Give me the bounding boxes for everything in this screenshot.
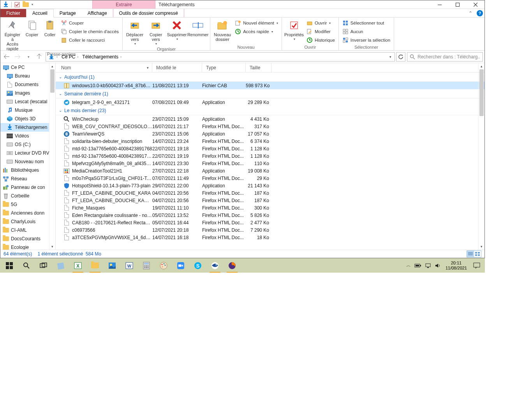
search-box[interactable]: Rechercher dans : Télécharg... (407, 52, 483, 62)
col-header-size[interactable]: Taille (246, 63, 271, 72)
tree-item-charly[interactable]: CharlyLouis (0, 217, 49, 226)
new-folder-button[interactable]: Nouveau dossier (213, 18, 232, 42)
rename-button[interactable]: Renommer (188, 18, 208, 38)
file-row[interactable]: c0697356612/07/2021 20:18Firefox HTML Do… (56, 226, 484, 234)
tree-item-trash[interactable]: Corbeille (0, 192, 49, 200)
taskbar-app-firefox[interactable] (224, 258, 241, 273)
file-row[interactable]: Fiche_Masques19/07/2021 11:10Firefox HTM… (56, 204, 484, 211)
pin-quickaccess-button[interactable]: Épingler à Accès rapide (3, 18, 22, 52)
select-all-button[interactable]: Sélectionner tout (341, 19, 391, 27)
tree-item-videos[interactable]: Vidéos (0, 132, 49, 140)
nav-up-button[interactable]: 🡡 (35, 52, 44, 62)
taskbar-app-word[interactable]: W (121, 258, 138, 273)
tree-item-network[interactable]: Réseau (0, 174, 49, 183)
tray-network-icon[interactable] (425, 263, 431, 268)
tray-battery-icon[interactable] (414, 263, 421, 268)
file-row[interactable]: CAB180 - -20170621-Reflect Rectangle05/0… (56, 219, 484, 226)
file-row[interactable]: WinCheckup23/07/2021 15:09Application4 4… (56, 115, 484, 123)
taskbar-search[interactable] (18, 258, 35, 273)
tree-item-osc[interactable]: OS (C:) (0, 140, 49, 149)
copy-to-button[interactable]: Copier vers▾ (146, 18, 166, 47)
cut-button[interactable]: ✂️Couper (60, 19, 120, 27)
tree-item-documents[interactable]: Documents (0, 80, 49, 89)
system-tray[interactable]: ︿ (404, 262, 443, 269)
maximize-button[interactable] (449, 0, 467, 9)
file-row[interactable]: a3TCE5xPGVMpGhVWtiXE_14_6def81b37...14/0… (56, 234, 484, 241)
taskbar-app-excel[interactable]: X (69, 258, 86, 273)
file-row[interactable]: TeamViewerQS23/07/2021 15:06Application1… (56, 130, 484, 137)
file-row[interactable]: windows10.0-kb5004237-x64_87b6bff01b...1… (56, 82, 484, 89)
view-details-button[interactable] (467, 251, 474, 257)
tab-share[interactable]: Partage (54, 9, 82, 17)
taskbar-clock[interactable]: 20:11 11/08/2021 (443, 261, 469, 270)
tree-item-images[interactable]: Images (0, 89, 49, 97)
col-header-date[interactable]: Modifié le (152, 63, 202, 72)
view-large-button[interactable] (474, 251, 481, 257)
address-bar[interactable]: › Ce PC› Téléchargements› ▾ (46, 52, 395, 62)
tree-item-f5g[interactable]: 5G (0, 200, 49, 209)
group-header[interactable]: ⌄Aujourd'hui (1) (56, 72, 484, 82)
tree-item-objects3d[interactable]: Objets 3D (0, 115, 49, 123)
close-button[interactable] (467, 0, 484, 9)
new-item-button[interactable]: Nouvel élément▾ (234, 19, 279, 27)
taskbar-app-photos[interactable] (104, 258, 121, 273)
list-scroll-down[interactable]: ▾ (479, 243, 484, 250)
file-row[interactable]: FT_LEDA_CABINE_DOUCHE_KARA04/07/2021 20:… (56, 189, 484, 197)
refresh-button[interactable] (396, 52, 405, 62)
help-button[interactable]: ? (475, 9, 484, 17)
tree-scroll-down[interactable]: ▾ (49, 243, 55, 250)
tree-item-lescat[interactable]: Lescat (lescatal (0, 97, 49, 106)
navigation-tree[interactable]: Ce PCBureauDocumentsImagesLescat (lescat… (0, 63, 56, 250)
easy-access-button[interactable]: Accès rapide▾ (234, 28, 279, 35)
collapse-ribbon-button[interactable]: ⌃ (466, 9, 475, 17)
breadcrumb-pc[interactable]: Ce PC› (60, 53, 81, 61)
col-header-name[interactable]: Nom▾ (56, 63, 152, 72)
qat-dropdown-icon[interactable]: ▾ (31, 3, 33, 6)
tree-item-docscourants[interactable]: DocsCourants (0, 234, 49, 243)
copy-path-button[interactable]: Copier le chemin d'accès (60, 28, 120, 35)
taskbar-app-thunderbird[interactable] (206, 258, 224, 273)
taskbar-app-calculator[interactable] (138, 258, 155, 273)
group-header[interactable]: ⌄Le mois dernier (23) (56, 106, 484, 115)
file-row[interactable]: WEB_CGV_CONTRAT_IDEOSOLO_062116/07/2021 … (56, 123, 484, 130)
tree-item-ciaml[interactable]: CI-AML (0, 226, 49, 234)
file-row[interactable]: HotspotShield-10.14.3-plain-773-plain29/… (56, 182, 484, 189)
tree-item-newvol[interactable]: Nouveau nom (0, 157, 49, 166)
open-button[interactable]: Ouvrir▾ (305, 19, 336, 27)
address-history-button[interactable]: ▾ (386, 55, 395, 59)
context-tab-extract[interactable]: Extraire (92, 0, 155, 9)
taskbar-app-zoom[interactable] (172, 258, 189, 273)
list-body[interactable]: ⌄Aujourd'hui (1)windows10.0-kb5004237-x6… (56, 72, 484, 250)
tree-item-libraries[interactable]: Bibliothèques (0, 166, 49, 174)
move-to-button[interactable]: Déplacer vers▾ (125, 18, 144, 47)
task-view-button[interactable] (35, 258, 52, 273)
list-scroll-thumb[interactable] (479, 69, 484, 116)
tree-item-ecologie[interactable]: Ecologie (0, 243, 49, 250)
tree-item-music[interactable]: Musique (0, 106, 49, 115)
col-header-empty[interactable] (271, 63, 484, 72)
tab-view[interactable]: Affichage (82, 9, 113, 17)
delete-button[interactable]: Supprimer▾ (167, 18, 187, 42)
edit-button[interactable]: Modifier (305, 28, 336, 35)
group-header[interactable]: ⌄Semaine dernière (1) (56, 89, 484, 99)
minimize-button[interactable] (431, 0, 449, 9)
paste-button[interactable]: Coller (42, 18, 58, 38)
tree-item-desktop[interactable]: Bureau (0, 72, 49, 80)
tree-item-config[interactable]: Panneau de con (0, 183, 49, 192)
file-row[interactable]: telegram_2-9-0_en_43217107/08/2021 09:49… (56, 99, 484, 106)
file-row[interactable]: m0o7rPqaSGT3F1rLsGIg_CHF01-Texte-FR07/07… (56, 174, 484, 182)
file-row[interactable]: mtd-92-13a7765e600-4008423891768(1)22/07… (56, 152, 484, 160)
qat-folder-icon[interactable] (23, 2, 29, 8)
file-row[interactable]: FT_LEDA_CABINE_DOUCHE_KARA(1)04/07/2021 … (56, 197, 484, 204)
tab-home[interactable]: Accueil (26, 9, 54, 18)
tree-item-dvd[interactable]: Lecteur DVD RV (0, 149, 49, 157)
taskbar-app-notes[interactable] (52, 258, 69, 273)
taskbar-app-paint[interactable] (155, 258, 172, 273)
history-button[interactable]: Historique (305, 36, 336, 44)
list-scroll-up[interactable]: ▴ (479, 63, 484, 69)
tray-volume-icon[interactable] (435, 263, 441, 268)
copy-button[interactable]: Copier (24, 18, 40, 38)
tree-item-anciennes[interactable]: Anciennes donn (0, 209, 49, 217)
file-row[interactable]: mtd-92-13a7765e600-400842389176822/07/20… (56, 145, 484, 152)
nav-forward-button[interactable]: 🡢 (13, 52, 22, 62)
